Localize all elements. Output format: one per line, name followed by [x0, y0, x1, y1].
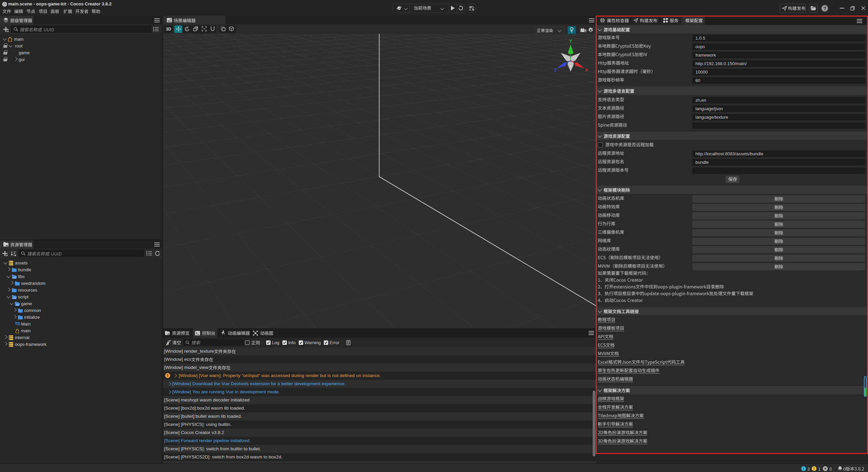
svg-text:?: ?	[823, 6, 826, 11]
svg-text:i: i	[803, 467, 804, 471]
svg-text:X: X	[585, 67, 588, 73]
svg-text:Y: Y	[569, 39, 572, 44]
svg-text:Z: Z	[554, 67, 557, 73]
